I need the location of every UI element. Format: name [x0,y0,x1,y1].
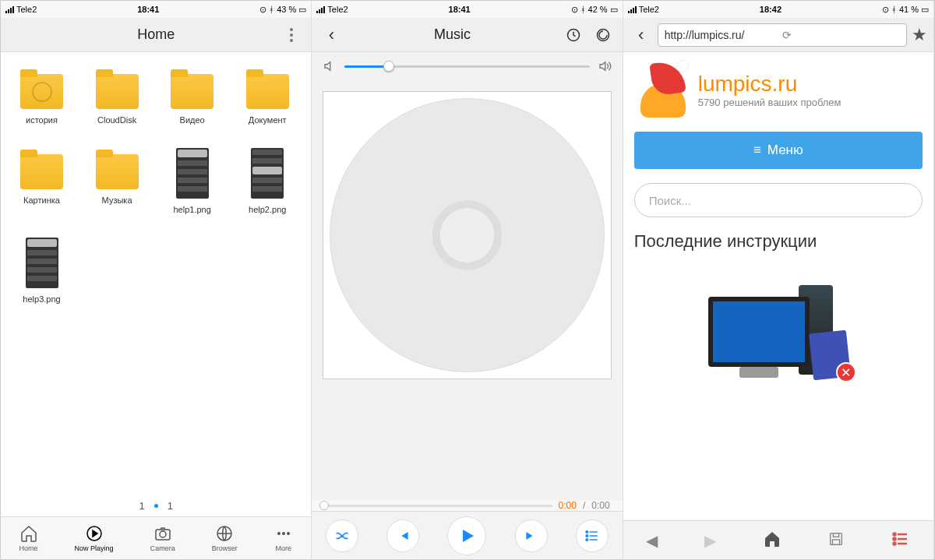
playlist-button[interactable] [576,519,609,552]
error-badge-icon: ✕ [836,362,856,382]
image-thumbnail-icon [26,238,58,288]
folder-video[interactable]: Видео [159,68,225,125]
pager-dot-icon [154,504,158,508]
file-help3[interactable]: help3.png [9,238,75,304]
play-button[interactable] [447,516,486,555]
section-heading: Последние инструкции [634,231,923,252]
next-button[interactable] [515,519,548,552]
svg-point-9 [586,530,588,533]
alarm-icon: ⊙ [571,5,578,15]
image-thumbnail-icon [251,148,284,199]
time-separator: / [583,500,585,511]
search-placeholder: Поиск... [649,194,691,207]
item-label: Видео [180,115,205,125]
carrier-label: Tele2 [639,5,659,14]
url-text: http://lumpics.ru/ [665,29,782,41]
camera-icon [153,524,172,543]
tab-label: More [276,544,292,552]
back-button[interactable]: ‹ [319,23,343,47]
address-input[interactable]: http://lumpics.ru/ ⟳ [658,23,907,47]
shuffle-icon [334,528,350,544]
clock-label: 18:42 [760,5,782,14]
site-search-input[interactable]: Поиск... [634,183,923,217]
clock-icon [566,27,581,43]
shuffle-button[interactable] [326,519,358,552]
tab-more[interactable]: More [274,524,293,552]
chevron-left-icon: ‹ [638,25,644,45]
list-icon [891,530,910,548]
clock-label: 18:41 [449,5,471,14]
reload-icon[interactable]: ⟳ [782,29,900,41]
file-manager-screen: Tele2 18:41 ⊙ ᚼ 43 % ▭ Home история Clou… [1,1,312,559]
nav-home-button[interactable] [763,530,782,551]
battery-label: 43 % [277,5,296,14]
page-title: Home [32,26,280,43]
tab-label: Home [19,544,38,552]
previous-button[interactable] [386,519,419,552]
nav-header: Home [1,18,311,52]
hamburger-icon: ≡ [753,143,761,158]
browser-screen: Tele2 18:42 ⊙ ᚼ 41 % ▭ ‹ http://lumpics.… [623,1,934,559]
item-label: Картинка [23,195,60,205]
tab-label: Camera [150,544,175,552]
browser-toolbar: ◀ ▶ [623,520,933,559]
more-options-button[interactable] [280,23,303,47]
bookmark-button[interactable]: ★ [912,25,927,45]
folder-picture[interactable]: Картинка [9,148,75,214]
folder-history[interactable]: история [9,68,75,125]
carrier-label: Tele2 [16,5,37,14]
menu-button[interactable]: ≡ Меню [634,132,923,169]
home-icon [763,530,782,548]
folder-icon [96,154,139,189]
status-bar: Tele2 18:41 ⊙ ᚼ 43 % ▭ [1,1,311,18]
tab-camera[interactable]: Camera [150,524,175,552]
file-help1[interactable]: help1.png [159,148,225,214]
site-header: lumpics.ru 5790 решений ваших проблем [634,62,923,118]
folder-music[interactable]: Музыка [84,148,150,214]
folder-clouddisk[interactable]: CloudDisk [84,68,150,125]
tab-bar: Home Now Playing Camera Browser More [1,516,311,559]
svg-point-5 [282,532,285,535]
svg-point-6 [287,532,290,535]
back-button[interactable]: ‹ [630,23,653,47]
refresh-button[interactable] [591,23,615,47]
status-bar: Tele2 18:42 ⊙ ᚼ 41 % ▭ [623,1,933,18]
play-circle-icon [85,524,104,543]
item-label: CloudDisk [97,115,136,125]
svg-point-2 [160,531,166,537]
tab-browser[interactable]: Browser [212,524,238,552]
disc-icon [330,98,604,372]
bluetooth-icon: ᚼ [269,5,274,14]
alarm-icon: ⊙ [259,5,266,15]
seek-slider[interactable] [324,505,552,507]
web-page-content: lumpics.ru 5790 решений ваших проблем ≡ … [623,52,933,520]
nav-forward-button[interactable]: ▶ [704,531,716,550]
folder-document[interactable]: Документ [235,68,301,125]
tab-home[interactable]: Home [19,524,38,552]
skip-forward-icon [524,528,539,544]
pager-total: 1 [168,500,173,512]
save-button[interactable] [827,530,845,551]
menu-label: Меню [767,143,803,158]
svg-point-10 [586,534,588,537]
image-thumbnail-icon [176,148,209,199]
battery-icon: ▭ [610,5,618,15]
playback-controls [312,511,622,559]
globe-icon [215,524,234,543]
file-help2[interactable]: help2.png [235,148,301,214]
tabs-list-button[interactable] [891,530,910,551]
volume-slider[interactable] [344,65,589,68]
history-button[interactable] [562,23,585,47]
site-subtitle: 5790 решений ваших проблем [698,97,842,108]
home-icon [19,524,38,543]
time-current: 0:00 [559,500,577,511]
volume-low-icon [323,59,337,73]
battery-label: 41 % [899,5,919,14]
tab-now-playing[interactable]: Now Playing [75,524,114,552]
svg-rect-13 [834,533,839,537]
bluetooth-icon: ᚼ [891,5,897,14]
nav-back-button[interactable]: ◀ [646,531,658,550]
svg-point-4 [277,532,280,535]
article-illustration[interactable]: ✕ [700,266,856,382]
tab-label: Now Playing [75,544,114,552]
